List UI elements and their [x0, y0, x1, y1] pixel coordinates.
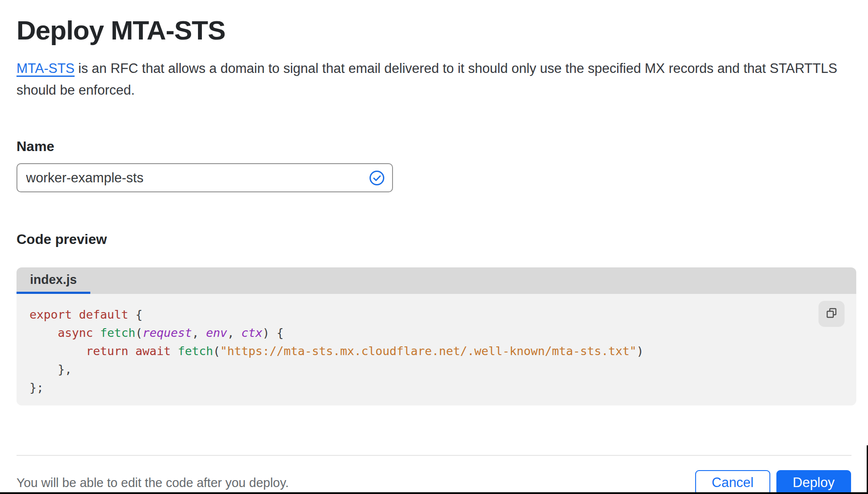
name-input[interactable] [17, 163, 393, 192]
description-body: is an RFC that allows a domain to signal… [17, 61, 837, 98]
code-tab-bar: index.js [17, 267, 856, 294]
code-preview-block: index.js export default { async fetch(re… [17, 267, 856, 405]
copy-code-button[interactable] [818, 301, 845, 327]
description-text: MTA-STS is an RFC that allows a domain t… [17, 58, 842, 101]
check-circle-icon [369, 170, 385, 186]
cancel-button[interactable]: Cancel [695, 470, 770, 494]
tab-index-js[interactable]: index.js [17, 267, 90, 294]
page-title: Deploy MTA-STS [17, 15, 851, 46]
screenshot-border-bottom [0, 492, 868, 494]
footer-note: You will be able to edit the code after … [17, 476, 289, 490]
deploy-button[interactable]: Deploy [776, 470, 851, 494]
name-label: Name [17, 138, 851, 155]
deploy-mta-sts-page: Deploy MTA-STS MTA-STS is an RFC that al… [0, 0, 868, 494]
code-preview-label: Code preview [17, 231, 851, 247]
copy-icon [825, 307, 838, 321]
name-input-wrap [17, 163, 393, 192]
code-content: export default { async fetch(request, en… [17, 294, 856, 397]
footer-bar: You will be able to edit the code after … [17, 456, 851, 494]
tab-index-js-label: index.js [30, 273, 77, 287]
mta-sts-link[interactable]: MTA-STS [17, 61, 75, 76]
code-editor-area: export default { async fetch(request, en… [17, 294, 856, 405]
footer-actions: Cancel Deploy [695, 470, 851, 494]
